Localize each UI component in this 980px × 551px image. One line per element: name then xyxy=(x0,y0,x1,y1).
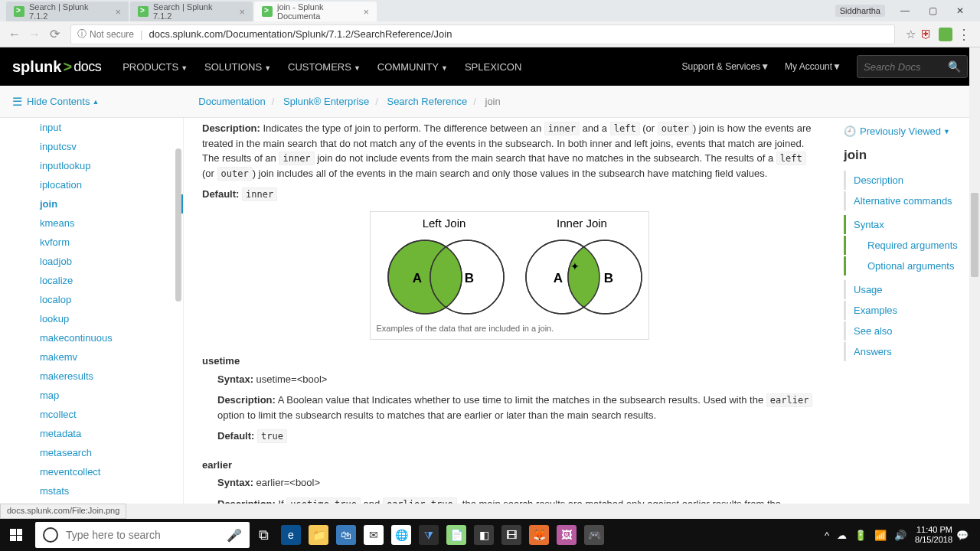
url-field[interactable]: Not secure | docs.splunk.com/Documentati… xyxy=(70,24,895,44)
nav-splexicon[interactable]: SPLEXICON xyxy=(465,61,521,73)
sidebar-item-localize[interactable]: localize xyxy=(0,271,183,290)
sidebar-item-kvform[interactable]: kvform xyxy=(0,233,183,252)
edge-icon[interactable]: e xyxy=(277,519,305,551)
task-view-icon[interactable]: ⧉ xyxy=(250,519,277,551)
sidebar-item-inputlookup[interactable]: inputlookup xyxy=(0,156,183,175)
bookmark-star-icon[interactable]: ☆ xyxy=(906,28,916,41)
forward-button[interactable]: → xyxy=(24,24,44,44)
crumb-section[interactable]: Search Reference xyxy=(387,96,467,107)
crumb-documentation[interactable]: Documentation xyxy=(198,96,265,107)
caret-down-icon: ▼ xyxy=(264,64,271,72)
docs-search[interactable]: 🔍 xyxy=(857,55,968,78)
toc-required-args[interactable]: Required arguments xyxy=(844,236,971,255)
toc-see-also[interactable]: See also xyxy=(844,321,971,341)
sidebar-item-meventcollect[interactable]: meventcollect xyxy=(0,462,183,481)
onedrive-icon[interactable]: ☁ xyxy=(837,530,847,541)
app-icon[interactable]: 🖼 xyxy=(553,519,580,551)
chrome-menu-icon[interactable]: ⋮ xyxy=(952,26,975,43)
tab-title: Search | Splunk 7.1.2 xyxy=(29,2,107,21)
app-icon[interactable]: ◧ xyxy=(470,519,498,551)
store-icon[interactable]: 🛍 xyxy=(332,519,360,551)
previously-viewed-link[interactable]: 🕘Previously Viewed▼ xyxy=(844,126,971,137)
battery-icon[interactable]: 🔋 xyxy=(854,530,867,541)
microphone-icon[interactable]: 🎤 xyxy=(227,528,242,543)
toc-examples[interactable]: Examples xyxy=(844,301,971,320)
sidebar-item-loadjob[interactable]: loadjob xyxy=(0,252,183,271)
hide-contents-toggle[interactable]: ☰ Hide Contents ▲ xyxy=(12,95,99,109)
system-tray[interactable]: ^ ☁ 🔋 📶 🔊 11:40 PM 8/15/2018 💬 xyxy=(821,525,980,545)
firefox-icon[interactable]: 🦊 xyxy=(525,519,553,551)
volume-icon[interactable]: 🔊 xyxy=(894,530,906,541)
toc-optional-args[interactable]: Optional arguments xyxy=(844,256,971,276)
back-button[interactable]: ← xyxy=(5,24,24,44)
maximize-button[interactable]: ▢ xyxy=(919,2,946,20)
account-link[interactable]: My Account▼ xyxy=(785,61,841,72)
app-icon[interactable]: 🎮 xyxy=(580,519,608,551)
toc-answers[interactable]: Answers xyxy=(844,342,971,361)
nav-products[interactable]: PRODUCTS▼ xyxy=(122,61,188,73)
article-content[interactable]: Description: Indicates the type of join … xyxy=(184,118,835,504)
notepad-icon[interactable]: 📄 xyxy=(443,519,470,551)
sidebar-item-makeresults[interactable]: makeresults xyxy=(0,367,183,386)
notifications-icon[interactable]: 💬 xyxy=(956,530,969,541)
search-icon[interactable]: 🔍 xyxy=(942,60,967,73)
venn-diagram-figure[interactable]: Left Join A B Inner Join A B E xyxy=(370,211,649,341)
browser-tab-0[interactable]: Search | Splunk 7.1.2× xyxy=(6,2,129,21)
sidebar-item-inputcsv[interactable]: inputcsv xyxy=(0,137,183,156)
toc-alt-commands[interactable]: Alternative commands xyxy=(844,191,971,210)
browser-tab-1[interactable]: Search | Splunk 7.1.2× xyxy=(130,2,253,21)
browser-tab-2[interactable]: join - Splunk Documenta× xyxy=(254,2,377,21)
close-icon[interactable]: × xyxy=(115,6,121,18)
scrollbar-thumb[interactable] xyxy=(175,148,181,302)
app-icon[interactable]: 🎞 xyxy=(498,519,525,551)
start-button[interactable] xyxy=(0,519,32,551)
sidebar-item-iplocation[interactable]: iplocation xyxy=(0,175,183,194)
sidebar-item-mcollect[interactable]: mcollect xyxy=(0,405,183,424)
close-window-button[interactable]: ✕ xyxy=(946,2,974,20)
sidebar-item-metadata[interactable]: metadata xyxy=(0,424,183,443)
clock-widget[interactable]: 11:40 PM 8/15/2018 xyxy=(915,525,952,545)
toc-description[interactable]: Description xyxy=(844,171,971,190)
toc-syntax[interactable]: Syntax xyxy=(844,215,971,234)
page-scrollbar[interactable] xyxy=(969,47,980,504)
sidebar-item-localop[interactable]: localop xyxy=(0,290,183,309)
close-icon[interactable]: × xyxy=(363,6,369,18)
mail-icon[interactable]: ✉ xyxy=(360,519,387,551)
sidebar-item-input[interactable]: input xyxy=(0,118,183,137)
scrollbar-thumb[interactable] xyxy=(971,193,978,277)
reload-button[interactable]: ⟳ xyxy=(44,24,64,44)
close-icon[interactable]: × xyxy=(239,6,245,18)
windows-search-input[interactable] xyxy=(66,529,227,541)
minimize-button[interactable]: — xyxy=(891,2,919,20)
splunk-logo[interactable]: splunk>docs xyxy=(12,58,101,76)
tray-chevron-icon[interactable]: ^ xyxy=(825,530,829,541)
left-sidebar[interactable]: inputinputcsvinputlookupiplocationjoinkm… xyxy=(0,118,184,504)
nav-community[interactable]: COMMUNITY▼ xyxy=(377,61,448,73)
vscode-icon[interactable]: ⧩ xyxy=(415,519,443,551)
profile-chip[interactable]: Siddhartha xyxy=(835,5,885,17)
not-secure-indicator[interactable]: Not secure xyxy=(77,28,134,41)
sidebar-item-kmeans[interactable]: kmeans xyxy=(0,214,183,233)
sidebar-item-map[interactable]: map xyxy=(0,386,183,405)
sidebar-item-metasearch[interactable]: metasearch xyxy=(0,443,183,462)
support-link[interactable]: Support & Services▼ xyxy=(681,61,769,72)
docs-search-input[interactable] xyxy=(858,61,942,73)
wifi-icon[interactable]: 📶 xyxy=(874,530,887,541)
sidebar-item-makemv[interactable]: makemv xyxy=(0,347,183,367)
nav-customers[interactable]: CUSTOMERS▼ xyxy=(288,61,361,73)
type-default-line: Default: inner xyxy=(202,187,816,202)
sidebar-item-mstats[interactable]: mstats xyxy=(0,481,183,500)
sidebar-item-makecontinuous[interactable]: makecontinuous xyxy=(0,328,183,347)
chrome-icon[interactable]: 🌐 xyxy=(387,519,415,551)
extension-icon[interactable]: ⛨ xyxy=(920,28,934,41)
page-title: join xyxy=(844,148,971,163)
file-explorer-icon[interactable]: 📁 xyxy=(305,519,332,551)
usetime-default: Default: true xyxy=(217,429,816,444)
sidebar-item-join[interactable]: join xyxy=(0,194,183,214)
toc-usage[interactable]: Usage xyxy=(844,280,971,299)
sidebar-item-lookup[interactable]: lookup xyxy=(0,309,183,328)
windows-search[interactable]: 🎤 xyxy=(35,522,250,548)
extension-icon[interactable] xyxy=(939,28,952,41)
crumb-product[interactable]: Splunk® Enterprise xyxy=(283,96,369,107)
nav-solutions[interactable]: SOLUTIONS▼ xyxy=(204,61,271,73)
